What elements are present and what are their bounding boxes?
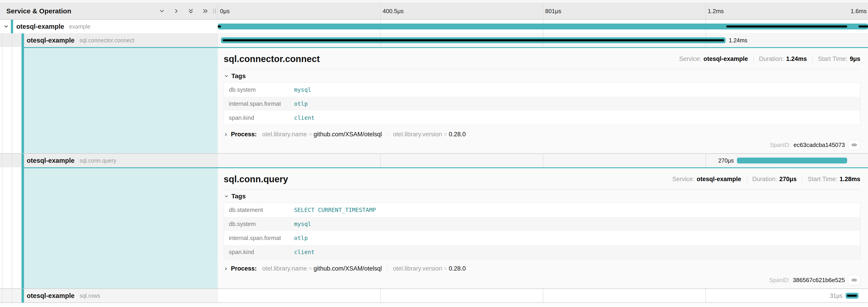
span-operation-name: sql.conn.query [80, 157, 116, 164]
timeline-ruler: 0μs400.5μs801μs1.2ms1.6ms [218, 3, 868, 20]
span-name-cell-sql-conn-query[interactable]: otesql-example sql.conn.query [0, 154, 218, 167]
critical-path-segment [726, 26, 847, 28]
span-timeline-cell: 1.24ms [218, 33, 868, 47]
process-accordion-toggle[interactable]: Process: otel.library.name = github.com/… [224, 131, 860, 138]
column-resizer-handle[interactable] [213, 9, 216, 13]
span-service-name: otesql-example [16, 23, 64, 30]
tag-value: otlp [294, 100, 308, 107]
meta-divider [747, 176, 747, 183]
start-time-label: Start Time: [808, 176, 837, 183]
critical-path-segment [218, 26, 221, 28]
span-operation-name: example [69, 23, 91, 30]
span-name-cell-sql-connector-connect[interactable]: otesql-example sql.connector.connect [0, 33, 218, 47]
detail-panel-highlight [24, 47, 218, 153]
span-detail-panel-sql-conn-query: sql.conn.query Service: otesql-example D… [0, 167, 868, 289]
service-operation-header: Service & Operation [0, 3, 218, 20]
trace-timeline-view: Service & Operation 0μs400.5μs801μs1.2ms… [0, 0, 868, 307]
detail-meta: Service: otesql-example Duration: 270μs … [672, 176, 860, 183]
row-gridline [380, 154, 381, 167]
span-name-cell-example[interactable]: otesql-example example [0, 20, 218, 33]
ruler-gridline [706, 3, 706, 19]
tag-row: span.kind client [224, 245, 860, 259]
tag-value: otlp [294, 235, 308, 241]
row-gridline [706, 154, 706, 167]
span-duration-label: 270μs [718, 157, 734, 164]
indent-bar [22, 47, 24, 153]
span-duration-label: 1.24ms [729, 37, 747, 44]
start-time-value: 1.28ms [839, 176, 860, 183]
chevron-right-icon [224, 267, 228, 271]
indent-guide [2, 47, 2, 153]
tag-row: db.system mysql [224, 217, 860, 231]
span-service-name: otesql-example [27, 292, 74, 300]
ruler-tick-label: 1.6ms [850, 8, 867, 15]
chevron-right-icon [224, 132, 228, 137]
row-gridline [380, 289, 381, 303]
detail-header[interactable]: sql.connector.connect Service: otesql-ex… [224, 52, 860, 69]
indent-guide [12, 47, 12, 153]
span-duration-label: 31μs [830, 293, 842, 299]
span-operation-name: sql.rows [80, 293, 100, 299]
collapse-one-icon[interactable] [158, 7, 166, 15]
indent-guide [2, 289, 2, 303]
tags-section-title: Tags [231, 193, 246, 200]
copy-link-button[interactable] [848, 275, 860, 285]
indent-guide [12, 289, 12, 303]
span-timeline-cell: 270μs [218, 154, 868, 167]
collapse-expand-controls [158, 7, 209, 15]
expand-all-icon[interactable] [202, 7, 209, 15]
ruler-gridline [380, 3, 381, 19]
row-gridline [543, 289, 544, 303]
detail-panel-left-gutter [0, 167, 218, 288]
span-name-cell-sql-rows[interactable]: otesql-example sql.rows [0, 289, 218, 303]
chevron-down-icon [224, 74, 229, 78]
indent-guide [2, 33, 2, 47]
detail-panel-left-gutter [0, 47, 218, 153]
spanid-value: 386567c621b6e525 [793, 277, 845, 284]
span-operation-name: sql.connector.connect [80, 37, 134, 44]
detail-title: sql.connector.connect [224, 54, 320, 64]
indent-bar [22, 154, 24, 167]
process-value: github.com/XSAM/otelsql [314, 131, 382, 138]
link-icon [851, 277, 857, 283]
duration-value: 270μs [779, 176, 797, 183]
tags-accordion-toggle[interactable]: Tags [224, 189, 860, 203]
tag-row: db.statement SELECT CURRENT_TIMESTAMP [224, 203, 860, 217]
tag-row: internal.span.format otlp [224, 231, 860, 245]
span-service-name: otesql-example [27, 37, 74, 44]
expand-one-icon[interactable] [173, 7, 180, 15]
process-key: otel.library.name [262, 265, 307, 272]
indent-guide [2, 167, 2, 288]
process-accordion-toggle[interactable]: Process: otel.library.name = github.com/… [224, 265, 860, 272]
span-timeline-cell [218, 20, 868, 33]
service-value: otesql-example [704, 56, 748, 62]
row-gridline [543, 154, 544, 167]
span-row-example: otesql-example example [0, 20, 868, 33]
process-value: 0.28.0 [449, 265, 466, 272]
tag-value: SELECT CURRENT_TIMESTAMP [294, 207, 376, 213]
tag-row: span.kind client [224, 111, 860, 125]
process-key: otel.library.version [393, 265, 442, 272]
tag-row: internal.span.format otlp [224, 97, 860, 111]
service-operation-title: Service & Operation [6, 7, 71, 15]
span-bar[interactable] [737, 158, 847, 163]
process-value: github.com/XSAM/otelsql [314, 265, 382, 272]
equals-sign: = [444, 131, 447, 137]
tag-value: mysql [294, 221, 311, 227]
duration-label: Duration: [759, 56, 784, 62]
copy-link-button[interactable] [848, 140, 860, 150]
indent-guide [12, 33, 12, 47]
detail-panel-highlight [24, 167, 218, 288]
service-value: otesql-example [696, 176, 741, 183]
indent-guide [12, 167, 12, 288]
critical-path-segment [859, 26, 868, 28]
collapse-all-icon[interactable] [187, 7, 195, 15]
tag-value: client [294, 249, 314, 255]
spanid-value: ec63cadcba145073 [794, 142, 845, 149]
detail-header[interactable]: sql.conn.query Service: otesql-example D… [224, 172, 860, 189]
chevron-down-icon[interactable] [3, 24, 9, 29]
tags-accordion-toggle[interactable]: Tags [224, 69, 860, 83]
tag-value: mysql [294, 87, 311, 93]
detail-panel-body: sql.conn.query Service: otesql-example D… [218, 167, 868, 288]
timeline-header: Service & Operation 0μs400.5μs801μs1.2ms… [0, 3, 868, 20]
